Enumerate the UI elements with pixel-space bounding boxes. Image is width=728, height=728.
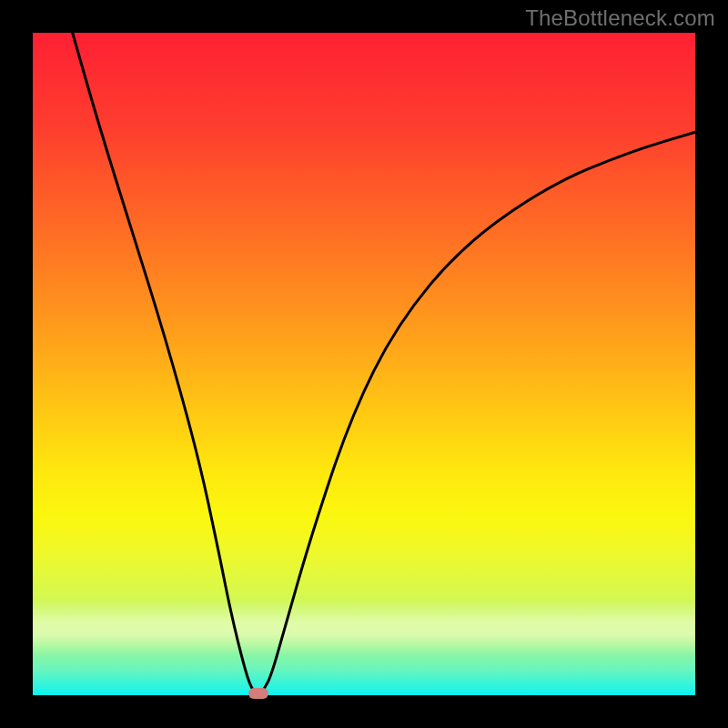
optimal-zone-band bbox=[33, 601, 695, 655]
watermark-text: TheBottleneck.com bbox=[525, 5, 715, 31]
bottleneck-curve-path bbox=[73, 33, 695, 693]
optimal-point-marker bbox=[248, 688, 268, 699]
curve-svg bbox=[33, 33, 695, 695]
plot-area bbox=[33, 33, 695, 695]
chart-frame: TheBottleneck.com bbox=[0, 0, 728, 728]
